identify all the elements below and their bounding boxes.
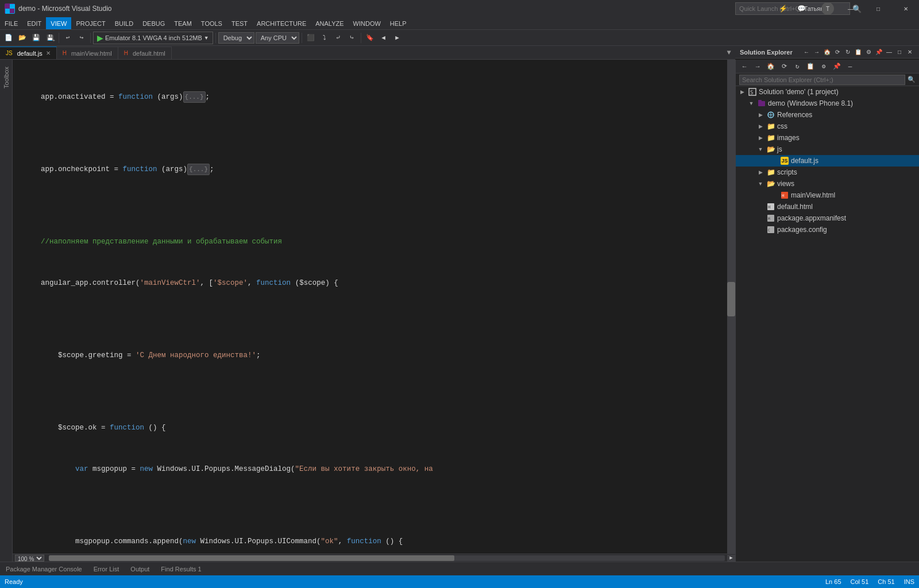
se-copy-icon[interactable]: 📋 bbox=[804, 60, 817, 73]
save-all-btn[interactable]: 💾+ bbox=[44, 32, 56, 44]
menu-edit[interactable]: EDIT bbox=[22, 17, 46, 29]
h-scrollbar-track[interactable] bbox=[49, 555, 725, 561]
menu-debug[interactable]: DEBUG bbox=[138, 17, 169, 29]
expand-icon[interactable]: ▼ bbox=[756, 145, 764, 153]
se-expand-icon[interactable]: — bbox=[844, 60, 856, 73]
se-pin-icon[interactable]: 📌 bbox=[831, 60, 843, 73]
se-search-input[interactable] bbox=[739, 75, 905, 85]
se-nav-back-btn[interactable]: ← bbox=[738, 60, 751, 73]
se-home-btn[interactable]: 🏠 bbox=[764, 60, 777, 73]
status-ch[interactable]: Ch 51 bbox=[878, 578, 894, 585]
expand-icon[interactable]: ▶ bbox=[756, 111, 764, 119]
debug-config-combo[interactable]: Debug bbox=[218, 32, 254, 44]
minimize-button[interactable]: — bbox=[837, 0, 864, 17]
editor-scrollbar[interactable] bbox=[727, 60, 735, 554]
se-collapse-btn[interactable]: — bbox=[885, 48, 894, 57]
menu-file[interactable]: FILE bbox=[0, 17, 22, 29]
restore-button[interactable]: □ bbox=[865, 0, 891, 17]
bottom-tab-find-results[interactable]: Find Results 1 bbox=[155, 562, 207, 575]
save-btn[interactable]: 💾 bbox=[30, 32, 43, 44]
expand-icon[interactable]: ▶ bbox=[738, 88, 746, 96]
tab-mainview-html[interactable]: H mainView.html bbox=[57, 47, 118, 59]
undo-btn[interactable]: ↩ bbox=[61, 32, 74, 44]
se-properties-btn[interactable]: ⚙ bbox=[864, 48, 873, 57]
se-forward-btn[interactable]: → bbox=[812, 48, 821, 57]
se-sync-icon[interactable]: ⟳ bbox=[778, 60, 790, 73]
filter-icon[interactable]: ⚡ bbox=[774, 0, 791, 17]
run-dropdown-icon[interactable]: ▼ bbox=[204, 35, 209, 41]
se-search-icon[interactable]: 🔍 bbox=[908, 76, 916, 83]
expand-icon[interactable]: ▶ bbox=[756, 168, 764, 176]
se-mainview-html[interactable]: ▶ H mainView.html bbox=[736, 189, 919, 201]
run-button[interactable]: ▶ Emulator 8.1 VWGA 4 inch 512MB ▼ bbox=[93, 32, 213, 44]
menu-test[interactable]: TEST bbox=[227, 17, 252, 29]
menu-architecture[interactable]: ARCHITECTURE bbox=[252, 17, 311, 29]
menu-view[interactable]: VIEW bbox=[46, 17, 71, 29]
folder-icon: 📁 bbox=[766, 133, 775, 142]
toolbox-label[interactable]: Toolbox bbox=[3, 62, 10, 93]
menu-team[interactable]: TEAM bbox=[169, 17, 196, 29]
menu-help[interactable]: HELP bbox=[385, 17, 411, 29]
se-css-folder[interactable]: ▶ 📁 css bbox=[736, 121, 919, 132]
zoom-select[interactable]: 100 % bbox=[15, 555, 44, 562]
code-container[interactable]: ➖ app.onactivated = function (args){...}… bbox=[13, 60, 735, 554]
tab-default-html[interactable]: H default.html bbox=[118, 47, 172, 59]
step-out-btn[interactable]: ⤷ bbox=[346, 32, 358, 44]
se-packages-config[interactable]: ▶ C packages.config bbox=[736, 224, 919, 235]
step-into-btn[interactable]: ⤶ bbox=[332, 32, 345, 44]
menu-window[interactable]: WINDOW bbox=[349, 17, 385, 29]
menu-project[interactable]: PROJECT bbox=[71, 17, 110, 29]
h-scroll-thumb[interactable] bbox=[49, 555, 454, 561]
tab-close-btn[interactable]: ✕ bbox=[46, 50, 51, 56]
se-back-btn[interactable]: ← bbox=[802, 48, 811, 57]
se-props-icon[interactable]: ⚙ bbox=[817, 60, 830, 73]
se-views-folder[interactable]: ▼ 📂 views bbox=[736, 178, 919, 189]
expand-icon[interactable]: ▶ bbox=[756, 122, 764, 130]
se-project[interactable]: ▼ demo (Windows Phone 8.1) bbox=[736, 98, 919, 109]
se-images-folder[interactable]: ▶ 📁 images bbox=[736, 132, 919, 144]
cpu-combo[interactable]: Any CPU bbox=[256, 32, 299, 44]
expand-icon[interactable]: ▼ bbox=[756, 180, 764, 188]
menu-analyze[interactable]: ANALYZE bbox=[311, 17, 348, 29]
se-appxmanifest[interactable]: ▶ M package.appxmanifest bbox=[736, 212, 919, 224]
code-editor[interactable]: ➖ app.onactivated = function (args){...}… bbox=[38, 60, 735, 554]
tab-default-js[interactable]: JS default.js ✕ bbox=[0, 47, 57, 59]
open-btn[interactable]: 📂 bbox=[16, 32, 29, 44]
se-solution-root[interactable]: ▶ S Solution 'demo' (1 project) bbox=[736, 86, 919, 98]
se-scripts-folder[interactable]: ▶ 📁 scripts bbox=[736, 167, 919, 178]
se-copy-btn[interactable]: 📋 bbox=[854, 48, 863, 57]
se-js-folder[interactable]: ▼ 📂 js bbox=[736, 144, 919, 155]
status-ln[interactable]: Ln 65 bbox=[825, 578, 841, 585]
step-over-btn[interactable]: ⤵ bbox=[318, 32, 331, 44]
se-sync-btn[interactable]: ⟳ bbox=[833, 48, 842, 57]
se-default-js[interactable]: ▶ JS default.js bbox=[736, 155, 919, 167]
tab-dropdown-btn[interactable]: ▼ bbox=[723, 47, 735, 59]
se-nav-fwd-btn[interactable]: → bbox=[751, 60, 764, 73]
status-col[interactable]: Col 51 bbox=[851, 578, 869, 585]
se-home-btn[interactable]: 🏠 bbox=[823, 48, 832, 57]
bottom-tab-package-manager[interactable]: Package Manager Console bbox=[0, 562, 88, 575]
scroll-thumb[interactable] bbox=[727, 282, 735, 316]
bookmark-btn[interactable]: 🔖 bbox=[364, 32, 376, 44]
close-button[interactable]: ✕ bbox=[893, 0, 919, 17]
next-bookmark-btn[interactable]: ▶ bbox=[391, 32, 404, 44]
prev-bookmark-btn[interactable]: ◀ bbox=[377, 32, 390, 44]
se-default-html[interactable]: ▶ H default.html bbox=[736, 201, 919, 212]
scroll-right-btn[interactable]: ▶ bbox=[727, 555, 735, 562]
expand-icon[interactable]: ▶ bbox=[756, 134, 764, 142]
bottom-tab-output[interactable]: Output bbox=[125, 562, 155, 575]
se-refresh-icon[interactable]: ↻ bbox=[791, 60, 804, 73]
bottom-tab-error-list[interactable]: Error List bbox=[88, 562, 125, 575]
se-close-btn[interactable]: ✕ bbox=[905, 48, 914, 57]
se-refresh-btn[interactable]: ↻ bbox=[843, 48, 852, 57]
se-float-btn[interactable]: □ bbox=[895, 48, 904, 57]
new-project-btn[interactable]: 📄 bbox=[2, 32, 15, 44]
breakpoints-btn[interactable]: ⬛ bbox=[304, 32, 317, 44]
se-references[interactable]: ▶ References bbox=[736, 109, 919, 121]
menu-build[interactable]: BUILD bbox=[110, 17, 138, 29]
expand-icon[interactable]: ▼ bbox=[747, 99, 755, 107]
se-pin-btn[interactable]: 📌 bbox=[874, 48, 883, 57]
status-ins[interactable]: INS bbox=[904, 578, 914, 585]
redo-btn[interactable]: ↪ bbox=[75, 32, 88, 44]
menu-tools[interactable]: TOOLS bbox=[196, 17, 227, 29]
